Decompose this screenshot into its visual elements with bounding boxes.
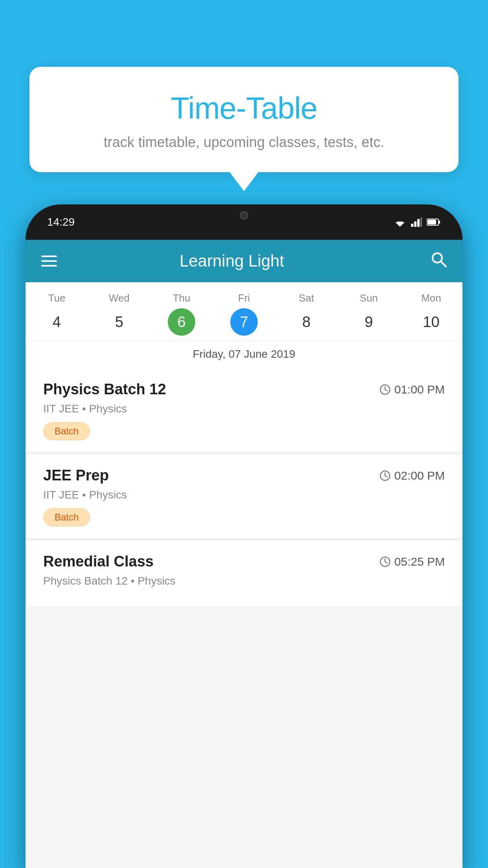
svg-rect-5 bbox=[420, 217, 422, 227]
phone-frame: 14:29 bbox=[26, 204, 462, 868]
days-row: Tue4Wed5Thu6Fri7Sat8Sun9Mon10 bbox=[26, 292, 462, 340]
day-number: 7 bbox=[230, 308, 258, 336]
day-number: 8 bbox=[293, 308, 320, 336]
clock-icon bbox=[380, 470, 391, 481]
item-title: Physics Batch 12 bbox=[43, 381, 166, 398]
selected-date-label: Friday, 07 June 2019 bbox=[26, 340, 462, 368]
day-col-mon[interactable]: Mon10 bbox=[400, 292, 462, 336]
schedule-item[interactable]: Remedial Class 05:25 PM Physics Batch 12… bbox=[26, 541, 462, 606]
clock-icon bbox=[380, 384, 391, 395]
item-subtitle: IIT JEE • Physics bbox=[43, 403, 445, 415]
tooltip-subtitle: track timetable, upcoming classes, tests… bbox=[49, 134, 439, 151]
tooltip-card: Time-Table track timetable, upcoming cla… bbox=[29, 67, 459, 172]
day-number: 10 bbox=[417, 308, 445, 336]
day-col-sat[interactable]: Sat8 bbox=[275, 292, 338, 336]
day-number: 6 bbox=[168, 308, 195, 336]
day-label: Fri bbox=[238, 292, 250, 304]
day-label: Sat bbox=[299, 292, 314, 304]
day-number: 5 bbox=[105, 308, 133, 336]
item-subtitle: Physics Batch 12 • Physics bbox=[43, 575, 445, 587]
day-label: Sun bbox=[360, 292, 378, 304]
day-col-tue[interactable]: Tue4 bbox=[26, 292, 88, 336]
search-button[interactable] bbox=[430, 251, 447, 271]
status-bar: 14:29 bbox=[26, 204, 462, 240]
item-time: 01:00 PM bbox=[380, 383, 445, 396]
status-icons bbox=[394, 217, 441, 227]
svg-rect-3 bbox=[414, 221, 416, 227]
phone-notch bbox=[205, 204, 283, 226]
signal-icon bbox=[411, 217, 422, 227]
schedule-item[interactable]: JEE Prep 02:00 PM IIT JEE • Physics Batc… bbox=[26, 454, 462, 538]
battery-icon bbox=[427, 218, 441, 226]
batch-badge: Batch bbox=[43, 422, 90, 440]
item-time: 02:00 PM bbox=[380, 469, 445, 482]
day-number: 4 bbox=[43, 308, 70, 336]
svg-line-10 bbox=[441, 261, 446, 267]
svg-rect-8 bbox=[427, 220, 436, 224]
svg-line-16 bbox=[385, 476, 387, 477]
app-screen: Learning Light Tue4Wed5Thu6Fri7Sat8Sun9M… bbox=[26, 240, 462, 868]
camera bbox=[240, 211, 248, 220]
search-icon bbox=[430, 251, 447, 267]
app-title: Learning Light bbox=[33, 252, 430, 270]
day-col-fri[interactable]: Fri7 bbox=[213, 292, 275, 336]
item-subtitle: IIT JEE • Physics bbox=[43, 489, 445, 501]
wifi-icon bbox=[394, 217, 406, 227]
schedule-list: Physics Batch 12 01:00 PM IIT JEE • Phys… bbox=[26, 368, 462, 606]
calendar-strip: Tue4Wed5Thu6Fri7Sat8Sun9Mon10 Friday, 07… bbox=[26, 282, 462, 368]
day-label: Mon bbox=[421, 292, 441, 304]
app-header: Learning Light bbox=[26, 240, 462, 282]
day-number: 9 bbox=[355, 308, 383, 336]
schedule-item-header: JEE Prep 02:00 PM bbox=[43, 467, 445, 484]
schedule-item-header: Physics Batch 12 01:00 PM bbox=[43, 381, 445, 398]
svg-line-19 bbox=[385, 562, 387, 563]
batch-badge: Batch bbox=[43, 508, 90, 526]
svg-line-13 bbox=[385, 390, 387, 391]
day-col-thu[interactable]: Thu6 bbox=[150, 292, 213, 336]
day-col-wed[interactable]: Wed5 bbox=[88, 292, 150, 336]
day-col-sun[interactable]: Sun9 bbox=[338, 292, 400, 336]
schedule-item[interactable]: Physics Batch 12 01:00 PM IIT JEE • Phys… bbox=[26, 368, 462, 452]
day-label: Tue bbox=[48, 292, 66, 304]
status-time: 14:29 bbox=[47, 216, 75, 228]
item-title: Remedial Class bbox=[43, 553, 154, 570]
item-time: 05:25 PM bbox=[380, 555, 445, 568]
day-label: Thu bbox=[173, 292, 191, 304]
svg-rect-7 bbox=[438, 221, 440, 224]
item-title: JEE Prep bbox=[43, 467, 109, 484]
day-label: Wed bbox=[109, 292, 130, 304]
clock-icon bbox=[380, 556, 391, 567]
svg-rect-4 bbox=[417, 219, 420, 227]
schedule-item-header: Remedial Class 05:25 PM bbox=[43, 553, 445, 570]
tooltip-title: Time-Table bbox=[49, 90, 439, 126]
svg-rect-2 bbox=[411, 224, 413, 227]
